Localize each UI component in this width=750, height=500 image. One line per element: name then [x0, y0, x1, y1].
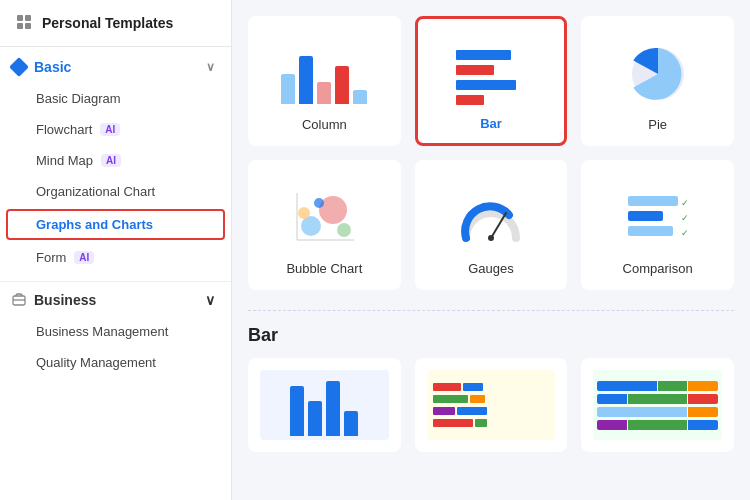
basic-chevron-icon: ∨ [206, 60, 215, 74]
svg-point-13 [298, 207, 310, 219]
bar-illustration [451, 35, 531, 105]
card-gauges[interactable]: Gauges [415, 160, 568, 290]
card-column[interactable]: Column [248, 16, 401, 146]
form-ai-badge: AI [74, 251, 94, 264]
bar-thumb-card-1[interactable] [248, 358, 401, 452]
sidebar-group-basic[interactable]: Basic ∨ [0, 51, 231, 83]
comparison-illustration: ✓ ✓ ✓ [618, 178, 698, 248]
sidebar-section-business: Business ∨ Business Management Quality M… [0, 277, 231, 382]
templates-grid: Column [248, 16, 734, 290]
business-label-wrap: Business [12, 292, 96, 308]
mind-map-ai-badge: AI [101, 154, 121, 167]
svg-rect-17 [628, 211, 663, 221]
graphs-charts-label: Graphs and Charts [36, 217, 153, 232]
card-pie[interactable]: Pie [581, 16, 734, 146]
quality-mgmt-label: Quality Management [36, 355, 156, 370]
section-divider [248, 310, 734, 311]
sidebar-item-basic-diagram[interactable]: Basic Diagram [0, 83, 231, 114]
bottom-cards-grid [248, 358, 734, 452]
bar-label: Bar [480, 116, 502, 131]
basic-group-label-wrap: Basic [12, 59, 71, 75]
svg-point-11 [337, 223, 351, 237]
comparison-label: Comparison [623, 261, 693, 276]
business-group-label: Business [34, 292, 96, 308]
card-bar[interactable]: Bar [415, 16, 568, 146]
sidebar-group-business[interactable]: Business ∨ [0, 281, 231, 316]
bar-thumb-card-3[interactable] [581, 358, 734, 452]
svg-point-10 [319, 196, 347, 224]
basic-group-label: Basic [34, 59, 71, 75]
sidebar-header-label: Personal Templates [42, 15, 173, 31]
business-chevron-icon: ∨ [205, 292, 215, 308]
bar-thumb-illustration-3 [593, 370, 722, 440]
sidebar-item-quality-mgmt[interactable]: Quality Management [0, 347, 231, 378]
sidebar-item-form[interactable]: Form AI [0, 242, 231, 273]
sidebar-section-basic: Basic ∨ Basic Diagram Flowchart AI Mind … [0, 47, 231, 277]
bar-thumb-illustration-1 [260, 370, 389, 440]
svg-text:✓: ✓ [681, 213, 689, 223]
card-comparison[interactable]: ✓ ✓ ✓ Comparison [581, 160, 734, 290]
gauges-illustration [451, 178, 531, 248]
column-label: Column [302, 117, 347, 132]
bar-thumb-illustration-2 [427, 370, 556, 440]
sidebar-header: Personal Templates [0, 0, 231, 47]
diamond-icon [9, 57, 29, 77]
svg-point-12 [314, 198, 324, 208]
grid-icon [16, 14, 34, 32]
sidebar-item-flowchart[interactable]: Flowchart AI [0, 114, 231, 145]
pie-illustration [618, 34, 698, 104]
sidebar-item-org-chart[interactable]: Organizational Chart [0, 176, 231, 207]
bubble-label: Bubble Chart [286, 261, 362, 276]
flowchart-label: Flowchart [36, 122, 92, 137]
main-content: Column [232, 0, 750, 500]
business-mgmt-label: Business Management [36, 324, 168, 339]
column-illustration [284, 34, 364, 104]
bubble-illustration [284, 178, 364, 248]
bar-thumb-card-2[interactable] [415, 358, 568, 452]
sidebar-item-mind-map[interactable]: Mind Map AI [0, 145, 231, 176]
sidebar: Personal Templates Basic ∨ Basic Diagram… [0, 0, 232, 500]
section-title: Bar [248, 325, 734, 346]
gauges-label: Gauges [468, 261, 514, 276]
svg-text:✓: ✓ [681, 228, 689, 238]
svg-rect-2 [17, 23, 23, 29]
mind-map-label: Mind Map [36, 153, 93, 168]
card-bubble[interactable]: Bubble Chart [248, 160, 401, 290]
form-label: Form [36, 250, 66, 265]
business-icon [12, 293, 26, 307]
sidebar-item-graphs-charts[interactable]: Graphs and Charts [6, 209, 225, 240]
svg-rect-0 [17, 15, 23, 21]
svg-rect-1 [25, 15, 31, 21]
basic-diagram-label: Basic Diagram [36, 91, 121, 106]
svg-point-15 [488, 235, 494, 241]
svg-rect-16 [628, 196, 678, 206]
svg-rect-3 [25, 23, 31, 29]
svg-text:✓: ✓ [681, 198, 689, 208]
pie-label: Pie [648, 117, 667, 132]
svg-rect-18 [628, 226, 673, 236]
org-chart-label: Organizational Chart [36, 184, 155, 199]
sidebar-item-business-mgmt[interactable]: Business Management [0, 316, 231, 347]
flowchart-ai-badge: AI [100, 123, 120, 136]
